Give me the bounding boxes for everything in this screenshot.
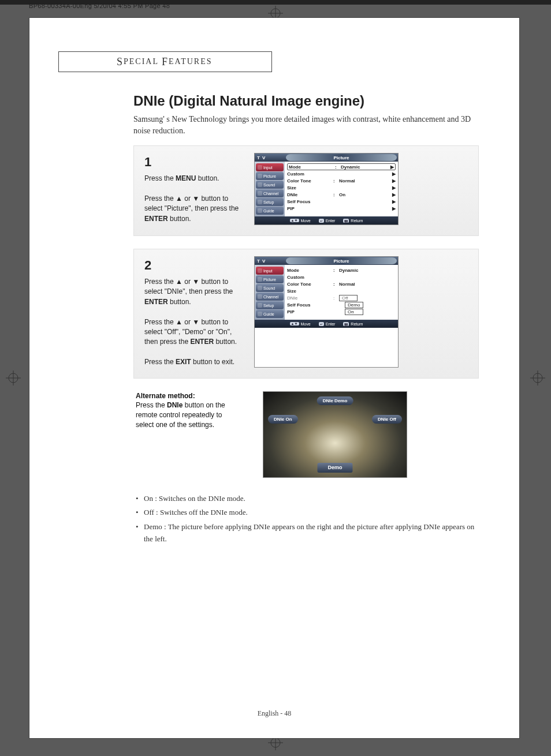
osd-row-colortone: Color Tone:Normal▶ xyxy=(287,177,396,184)
osd-screenshot-2: T V Picture Input Picture Sound Channel … xyxy=(254,256,399,367)
osd-row-dnie: DNIe:Off xyxy=(287,294,396,301)
osd-side-channel: Channel xyxy=(256,189,284,197)
osd-row-mode: Mode:Dynamic▶ xyxy=(287,163,396,170)
step-2-text: 2 Press the ▲ or ▼ button to select "DNI… xyxy=(144,256,243,367)
page-number: English - 48 xyxy=(258,709,292,718)
demo-screenshot: DNIe Demo DNIe On DNIe Off Demo xyxy=(263,391,407,478)
section-tab: SPECIAL FEATURES xyxy=(58,51,272,72)
osd-row-pip: PIP▶ xyxy=(287,205,396,212)
pill-dnie-off: DNIe Off xyxy=(372,415,402,424)
osd-row-custom: Custom▶ xyxy=(287,170,396,177)
osd-side-picture: Picture xyxy=(256,172,284,180)
bullet-list: On : Switches on the DNIe mode. Off : Sw… xyxy=(133,493,479,545)
osd-side-channel: Channel xyxy=(256,293,284,301)
osd-tv-label: T V xyxy=(255,154,285,162)
osd-sidebar: Input Picture Sound Channel Setup Guide xyxy=(255,265,285,320)
registration-mark-icon xyxy=(6,370,21,386)
alt-heading: Alternate method: xyxy=(136,392,195,400)
step-number: 2 xyxy=(144,256,243,275)
page: SPECIAL FEATURES DNIe (Digital Natural I… xyxy=(29,17,520,739)
step-2: 2 Press the ▲ or ▼ button to select "DNI… xyxy=(133,249,479,378)
content: DNIe (Digital Natural Image engine) Sams… xyxy=(133,93,479,548)
osd-section-label: Picture xyxy=(286,154,397,161)
alternate-method: Alternate method: Press the DNIe button … xyxy=(133,391,479,478)
osd-side-setup: Setup xyxy=(256,301,284,309)
osd-row-pip: PIPOn xyxy=(287,308,396,315)
bullet-on: On : Switches on the DNIe mode. xyxy=(136,493,479,505)
osd-screenshot-1: T V Picture Input Picture Sound Channel … xyxy=(254,153,399,225)
osd-footer: ▲▼Move ↵Enter ▮▮Return xyxy=(255,320,398,328)
step-1: 1 Press the MENU button. Press the ▲ or … xyxy=(133,145,479,236)
step-2-p2: Press the ▲ or ▼ button to select "Off",… xyxy=(144,317,243,347)
osd-header: T V Picture xyxy=(255,257,398,265)
osd-row-size: Size▶ xyxy=(287,184,396,191)
alt-text: Alternate method: Press the DNIe button … xyxy=(136,391,240,430)
osd-tv-label: T V xyxy=(255,257,285,265)
step-1-text: 1 Press the MENU button. Press the ▲ or … xyxy=(144,153,243,225)
osd-sidebar: Input Picture Sound Channel Setup Guide xyxy=(255,162,285,216)
registration-mark-icon xyxy=(530,370,545,386)
osd-main: Mode:Dynamic Custom Color Tone:Normal Si… xyxy=(285,265,398,320)
step-2-p1: Press the ▲ or ▼ button to select "DNIe"… xyxy=(144,277,243,307)
osd-row-custom: Custom xyxy=(287,274,396,280)
osd-row-selffocus: Self Focus▶ xyxy=(287,198,396,205)
pill-dnie-demo: DNIe Demo xyxy=(317,396,353,405)
osd-side-sound: Sound xyxy=(256,284,284,292)
step-2-p3: Press the EXIT button to exit. xyxy=(144,357,243,367)
intro-text: Samsung' s New Technology brings you mor… xyxy=(133,114,479,136)
osd-side-picture: Picture xyxy=(256,275,284,283)
page-title: DNIe (Digital Natural Image engine) xyxy=(133,93,479,109)
bullet-demo: Demo : The picture before applying DNIe … xyxy=(136,521,479,545)
step-number: 1 xyxy=(144,153,243,171)
osd-main: Mode:Dynamic▶ Custom▶ Color Tone:Normal▶… xyxy=(285,162,398,216)
osd-row-dnie: DNIe:On▶ xyxy=(287,191,396,198)
osd-header: T V Picture xyxy=(255,154,398,162)
step-1-p2: Press the ▲ or ▼ button to select "Pictu… xyxy=(144,194,243,224)
osd-side-guide: Guide xyxy=(256,207,284,215)
bullet-off: Off : Switches off the DNIe mode. xyxy=(136,507,479,519)
step-1-p1: Press the MENU button. xyxy=(144,174,243,184)
osd-side-guide: Guide xyxy=(256,310,284,318)
osd-side-input: Input xyxy=(256,163,284,171)
osd-row-size: Size xyxy=(287,287,396,294)
print-header: BP68-00334A-00Eng 5/20/04 4:55 PM Page 4… xyxy=(29,0,170,12)
osd-side-input: Input xyxy=(256,267,284,275)
osd-side-setup: Setup xyxy=(256,198,284,206)
demo-label: Demo xyxy=(317,463,352,473)
osd-row-colortone: Color Tone:Normal xyxy=(287,280,396,287)
osd-side-sound: Sound xyxy=(256,181,284,189)
osd-footer: ▲▼Move ↵Enter ▮▮Return xyxy=(255,216,398,224)
osd-section-label: Picture xyxy=(286,257,397,264)
osd-row-selffocus: Self FocusDemo xyxy=(287,301,396,308)
osd-row-mode: Mode:Dynamic xyxy=(287,267,396,274)
pill-dnie-on: DNIe On xyxy=(268,415,298,424)
